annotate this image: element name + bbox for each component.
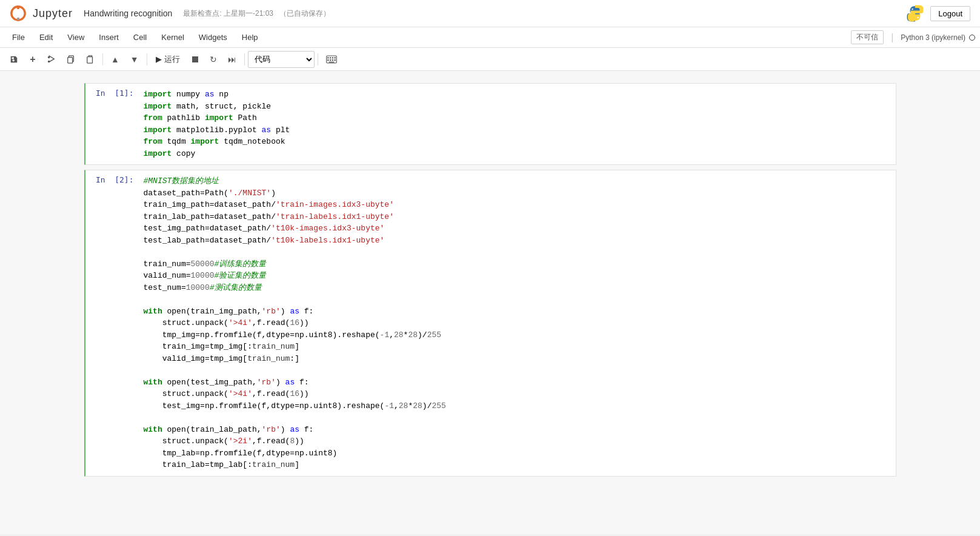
run-play-icon: ▶ [156,55,162,64]
paste-icon [86,55,95,64]
svg-rect-18 [334,59,335,61]
menu-cell[interactable]: Cell [126,30,154,44]
cut-button[interactable] [42,51,61,68]
keyboard-icon [326,55,337,64]
cell-2-prompt: In [2]: [85,170,140,476]
move-down-button[interactable]: ▼ [125,51,144,68]
restart-icon: ↻ [210,55,217,64]
menu-edit[interactable]: Edit [32,30,60,44]
menu-help[interactable]: Help [235,30,265,44]
notebook-container: In [1]: import numpy as np import math, … [66,83,915,477]
copy-button[interactable] [62,51,80,68]
toolbar-sep-3 [244,53,245,65]
arrow-up-icon: ▲ [111,55,119,64]
restart-button[interactable]: ↻ [205,51,222,68]
add-cell-button[interactable]: + [24,51,41,68]
save-icon [10,55,18,64]
jupyter-logo-icon [10,5,27,22]
keyboard-shortcuts-button[interactable] [321,51,342,68]
svg-point-4 [918,17,919,18]
menu-kernel[interactable]: Kernel [154,30,192,44]
menubar: File Edit View Insert Cell Kernel Widget… [0,27,980,48]
svg-rect-17 [332,59,333,61]
run-label: 运行 [164,54,180,65]
toolbar-sep-2 [147,53,147,65]
kernel-info: Python 3 (ipykernel) [901,33,975,42]
copy-icon [67,55,75,64]
svg-point-3 [912,8,913,10]
arrow-down-icon: ▼ [130,55,139,64]
svg-rect-16 [330,59,331,61]
kernel-name: Python 3 (ipykernel) [901,33,965,42]
cell-2-input: In [2]: #MNIST数据集的地址 dataset_path=Path('… [85,170,896,476]
menubar-separator: | [891,32,893,43]
cell-2[interactable]: In [2]: #MNIST数据集的地址 dataset_path=Path('… [84,170,896,477]
not-trusted-badge[interactable]: 不可信 [851,30,884,44]
paste-button[interactable] [81,51,99,68]
fast-forward-icon: ⏭ [228,55,236,64]
svg-rect-13 [332,57,333,58]
cell-1-code[interactable]: import numpy as np import math, struct, … [140,84,896,164]
menu-view[interactable]: View [60,30,92,44]
toolbar-sep-1 [102,53,103,65]
cell-2-code[interactable]: #MNIST数据集的地址 dataset_path=Path('./MNIST'… [140,170,896,476]
header-left: Jupyter Handwriting recognition 最新检查点: 上… [10,5,330,22]
cut-icon [47,55,56,64]
svg-rect-14 [334,57,335,58]
svg-point-6 [48,60,50,62]
svg-rect-11 [327,57,328,58]
menu-right: 不可信 | Python 3 (ipykernel) [851,30,975,44]
svg-rect-19 [328,61,334,62]
svg-rect-12 [330,57,331,58]
menu-insert[interactable]: Insert [92,30,126,44]
header: Jupyter Handwriting recognition 最新检查点: 上… [0,0,980,27]
checkpoint-info: 最新检查点: 上星期一-21:03 （已自动保存） [183,8,330,19]
jupyter-brand: Jupyter [33,7,73,20]
svg-point-2 [17,18,19,20]
run-button[interactable]: ▶ 运行 [150,51,185,68]
stop-button[interactable] [187,51,204,68]
header-right: Logout [906,4,970,22]
restart-run-button[interactable]: ⏭ [223,51,241,68]
notebook: In [1]: import numpy as np import math, … [0,71,980,534]
svg-rect-9 [87,56,93,63]
cell-type-select[interactable]: 代码 Markdown Raw NBConvert 标题 [248,51,315,68]
move-up-button[interactable]: ▲ [106,51,124,68]
stop-icon [192,56,198,62]
logout-button[interactable]: Logout [930,6,970,21]
toolbar: + ▲ ▼ ▶ 运行 ↻ [0,48,980,71]
python-logo-icon [906,4,924,22]
svg-rect-8 [68,57,73,63]
kernel-status-dot [969,35,975,41]
save-button[interactable] [5,51,23,68]
cell-1[interactable]: In [1]: import numpy as np import math, … [84,83,896,165]
menu-widgets[interactable]: Widgets [192,30,235,44]
svg-point-1 [17,7,19,9]
toolbar-sep-4 [318,53,318,65]
svg-point-5 [48,56,50,58]
cell-1-prompt: In [1]: [85,84,140,164]
menu-file[interactable]: File [5,30,32,44]
plus-icon: + [30,54,35,65]
svg-rect-15 [327,59,328,61]
cell-1-input: In [1]: import numpy as np import math, … [85,84,896,164]
notebook-title: Handwriting recognition [84,8,172,18]
